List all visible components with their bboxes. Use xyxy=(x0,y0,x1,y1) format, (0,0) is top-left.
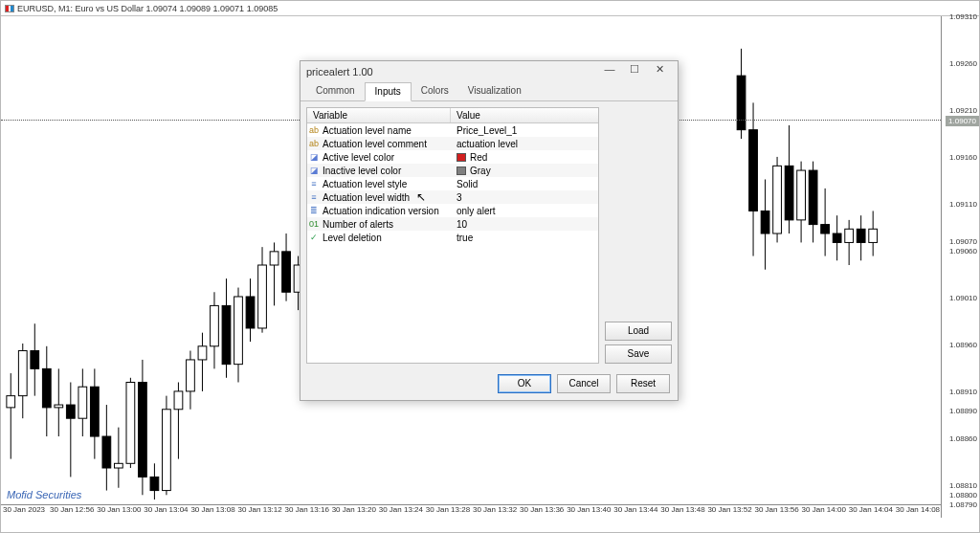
input-row[interactable]: ◪Active level colorRed xyxy=(307,150,598,164)
svg-rect-69 xyxy=(785,166,793,220)
minimize-icon[interactable]: — xyxy=(597,63,622,80)
x-tick: 30 Jan 13:40 xyxy=(565,505,612,518)
y-tick: 1.09310 xyxy=(949,12,977,21)
y-tick: 1.08960 xyxy=(949,341,977,349)
y-tick: 1.08810 xyxy=(949,481,977,490)
dialog-title-bar[interactable]: pricealert 1.00 — ☐ ✕ xyxy=(301,61,678,82)
x-tick: 30 Jan 13:24 xyxy=(377,505,424,518)
svg-rect-65 xyxy=(761,211,769,233)
variable-value[interactable]: Gray xyxy=(451,166,491,176)
input-row[interactable]: ≡Actuation level styleSolid xyxy=(307,177,598,190)
variable-name: Actuation level width xyxy=(321,192,451,203)
variable-value[interactable]: Red xyxy=(451,152,487,163)
svg-rect-15 xyxy=(90,387,99,436)
close-icon[interactable]: ✕ xyxy=(647,63,672,80)
x-tick: 30 Jan 13:32 xyxy=(471,505,518,518)
variable-value[interactable]: Price_Level_1 xyxy=(451,125,517,136)
variable-value[interactable]: 10 xyxy=(451,219,467,230)
input-row[interactable]: ≣Actuation indication versiononly alert xyxy=(307,204,598,217)
variable-value[interactable]: true xyxy=(451,233,473,243)
svg-rect-31 xyxy=(187,360,195,391)
input-row[interactable]: abActuation level namePrice_Level_1 xyxy=(307,123,598,137)
variable-name: Active level color xyxy=(321,152,451,163)
x-tick: 30 Jan 13:48 xyxy=(658,505,705,518)
y-tick: 1.09010 xyxy=(949,294,977,302)
reset-button[interactable]: Reset xyxy=(616,374,670,393)
input-row[interactable]: 01Number of alerts10 xyxy=(307,217,598,231)
chart-title-bar: EURUSD, M1: Euro vs US Dollar 1.09074 1.… xyxy=(1,1,979,16)
x-tick: 30 Jan 13:28 xyxy=(424,505,471,518)
variable-value[interactable]: 3 xyxy=(451,192,462,203)
col-value[interactable]: Value xyxy=(451,108,486,122)
svg-rect-13 xyxy=(78,387,87,418)
variable-value[interactable]: actuation level xyxy=(451,139,518,149)
y-tick: 1.09060 xyxy=(949,247,977,255)
variable-value[interactable]: Solid xyxy=(451,179,478,189)
y-tick: 1.08890 xyxy=(949,406,977,414)
tab-visualization[interactable]: Visualization xyxy=(458,82,531,100)
svg-rect-83 xyxy=(869,229,878,242)
type-icon: ◪ xyxy=(307,152,321,162)
col-variable[interactable]: Variable xyxy=(307,108,451,122)
x-tick: 30 Jan 13:08 xyxy=(189,505,235,518)
maximize-icon[interactable]: ☐ xyxy=(622,63,647,80)
chart-area[interactable]: 1.09070 1.093101.092601.092101.091601.09… xyxy=(1,16,979,518)
svg-rect-39 xyxy=(234,297,243,365)
svg-rect-81 xyxy=(857,229,865,242)
ok-button[interactable]: OK xyxy=(498,374,551,393)
type-icon: ab xyxy=(307,125,321,135)
svg-rect-1 xyxy=(7,396,15,408)
tab-common[interactable]: Common xyxy=(306,82,365,100)
tab-inputs[interactable]: Inputs xyxy=(365,82,412,101)
svg-rect-63 xyxy=(749,130,758,211)
variable-name: Actuation level name xyxy=(321,125,451,136)
chart-title-text: EURUSD, M1: Euro vs US Dollar 1.09074 1.… xyxy=(17,4,278,13)
input-row[interactable]: ≡Actuation level width3 xyxy=(307,190,598,204)
y-tick: 1.08860 xyxy=(949,434,977,443)
variable-name: Level deletion xyxy=(321,233,451,243)
svg-rect-27 xyxy=(163,410,171,491)
tab-colors[interactable]: Colors xyxy=(412,82,458,100)
y-tick: 1.08910 xyxy=(949,388,977,396)
color-swatch-icon xyxy=(457,153,466,162)
load-button[interactable]: Load xyxy=(605,322,672,341)
type-icon: ≡ xyxy=(307,179,321,189)
y-tick: 1.09210 xyxy=(949,106,977,115)
y-axis: 1.09070 1.093101.092601.092101.091601.09… xyxy=(941,16,979,518)
cancel-button[interactable]: Cancel xyxy=(557,374,611,393)
x-tick: 30 Jan 13:04 xyxy=(142,505,189,518)
x-tick: 30 Jan 13:36 xyxy=(518,505,565,518)
x-tick: 30 Jan 13:16 xyxy=(283,505,330,518)
color-swatch-icon xyxy=(457,167,466,175)
type-icon: ✓ xyxy=(307,233,321,242)
input-row[interactable]: ◪Inactive level colorGray xyxy=(307,164,598,177)
svg-rect-37 xyxy=(222,305,231,364)
indicator-properties-dialog[interactable]: pricealert 1.00 — ☐ ✕ Common Inputs Colo… xyxy=(300,60,679,401)
svg-rect-33 xyxy=(198,346,207,360)
input-row[interactable]: abActuation level commentactuation level xyxy=(307,137,598,150)
x-tick: 30 Jan 14:04 xyxy=(847,505,894,518)
y-tick: 1.08800 xyxy=(949,491,977,500)
save-button[interactable]: Save xyxy=(605,344,672,364)
variable-name: Actuation indication version xyxy=(321,206,451,216)
variable-name: Actuation level comment xyxy=(321,139,451,149)
variable-value[interactable]: only alert xyxy=(451,206,496,216)
svg-rect-3 xyxy=(18,351,27,396)
variable-name: Actuation level style xyxy=(321,179,451,189)
price-tag: 1.09070 xyxy=(946,116,979,126)
svg-rect-5 xyxy=(31,351,39,369)
svg-rect-19 xyxy=(114,463,122,468)
x-tick: 30 Jan 13:44 xyxy=(612,505,658,518)
svg-rect-75 xyxy=(821,225,830,233)
properties-tabs: Common Inputs Colors Visualization xyxy=(301,82,678,101)
x-tick: 30 Jan 13:56 xyxy=(753,505,800,518)
svg-rect-11 xyxy=(66,405,75,418)
y-tick: 1.09260 xyxy=(949,59,977,68)
inputs-grid[interactable]: Variable Value abActuation level namePri… xyxy=(306,107,599,364)
svg-rect-41 xyxy=(246,297,255,328)
dialog-title-text: pricealert 1.00 xyxy=(306,66,597,78)
x-axis: 30 Jan 202330 Jan 12:5630 Jan 13:0030 Ja… xyxy=(1,504,941,518)
input-row[interactable]: ✓Level deletiontrue xyxy=(307,231,598,244)
svg-rect-21 xyxy=(126,383,135,464)
type-icon: ≡ xyxy=(307,192,321,202)
